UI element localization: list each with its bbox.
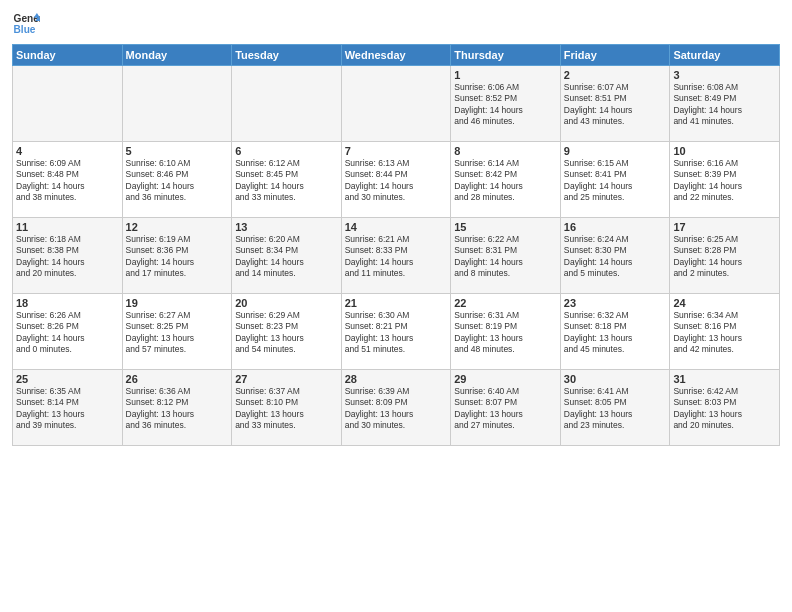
day-info: Sunrise: 6:41 AM Sunset: 8:05 PM Dayligh…: [564, 386, 667, 432]
day-number: 19: [126, 297, 229, 309]
weekday-header-wednesday: Wednesday: [341, 45, 451, 66]
day-info: Sunrise: 6:10 AM Sunset: 8:46 PM Dayligh…: [126, 158, 229, 204]
day-cell: 12Sunrise: 6:19 AM Sunset: 8:36 PM Dayli…: [122, 218, 232, 294]
day-info: Sunrise: 6:13 AM Sunset: 8:44 PM Dayligh…: [345, 158, 448, 204]
day-number: 26: [126, 373, 229, 385]
day-number: 17: [673, 221, 776, 233]
day-number: 5: [126, 145, 229, 157]
header: General Blue: [12, 10, 780, 38]
day-cell: 26Sunrise: 6:36 AM Sunset: 8:12 PM Dayli…: [122, 370, 232, 446]
day-info: Sunrise: 6:07 AM Sunset: 8:51 PM Dayligh…: [564, 82, 667, 128]
day-number: 3: [673, 69, 776, 81]
day-number: 2: [564, 69, 667, 81]
day-cell: 11Sunrise: 6:18 AM Sunset: 8:38 PM Dayli…: [13, 218, 123, 294]
day-cell: 31Sunrise: 6:42 AM Sunset: 8:03 PM Dayli…: [670, 370, 780, 446]
day-cell: 25Sunrise: 6:35 AM Sunset: 8:14 PM Dayli…: [13, 370, 123, 446]
day-cell: 29Sunrise: 6:40 AM Sunset: 8:07 PM Dayli…: [451, 370, 561, 446]
day-cell: 19Sunrise: 6:27 AM Sunset: 8:25 PM Dayli…: [122, 294, 232, 370]
day-number: 4: [16, 145, 119, 157]
day-info: Sunrise: 6:32 AM Sunset: 8:18 PM Dayligh…: [564, 310, 667, 356]
day-number: 7: [345, 145, 448, 157]
day-cell: 24Sunrise: 6:34 AM Sunset: 8:16 PM Dayli…: [670, 294, 780, 370]
day-cell: 9Sunrise: 6:15 AM Sunset: 8:41 PM Daylig…: [560, 142, 670, 218]
day-number: 14: [345, 221, 448, 233]
day-info: Sunrise: 6:08 AM Sunset: 8:49 PM Dayligh…: [673, 82, 776, 128]
day-info: Sunrise: 6:42 AM Sunset: 8:03 PM Dayligh…: [673, 386, 776, 432]
day-info: Sunrise: 6:29 AM Sunset: 8:23 PM Dayligh…: [235, 310, 338, 356]
day-number: 30: [564, 373, 667, 385]
day-cell: 5Sunrise: 6:10 AM Sunset: 8:46 PM Daylig…: [122, 142, 232, 218]
day-info: Sunrise: 6:26 AM Sunset: 8:26 PM Dayligh…: [16, 310, 119, 356]
day-number: 1: [454, 69, 557, 81]
weekday-header-sunday: Sunday: [13, 45, 123, 66]
day-cell: 7Sunrise: 6:13 AM Sunset: 8:44 PM Daylig…: [341, 142, 451, 218]
day-cell: 14Sunrise: 6:21 AM Sunset: 8:33 PM Dayli…: [341, 218, 451, 294]
day-info: Sunrise: 6:24 AM Sunset: 8:30 PM Dayligh…: [564, 234, 667, 280]
day-info: Sunrise: 6:12 AM Sunset: 8:45 PM Dayligh…: [235, 158, 338, 204]
week-row-1: 1Sunrise: 6:06 AM Sunset: 8:52 PM Daylig…: [13, 66, 780, 142]
day-cell: [13, 66, 123, 142]
logo: General Blue: [12, 10, 40, 38]
day-info: Sunrise: 6:40 AM Sunset: 8:07 PM Dayligh…: [454, 386, 557, 432]
day-info: Sunrise: 6:25 AM Sunset: 8:28 PM Dayligh…: [673, 234, 776, 280]
weekday-header-monday: Monday: [122, 45, 232, 66]
logo-icon: General Blue: [12, 10, 40, 38]
day-info: Sunrise: 6:21 AM Sunset: 8:33 PM Dayligh…: [345, 234, 448, 280]
day-cell: 27Sunrise: 6:37 AM Sunset: 8:10 PM Dayli…: [232, 370, 342, 446]
day-number: 15: [454, 221, 557, 233]
day-cell: 1Sunrise: 6:06 AM Sunset: 8:52 PM Daylig…: [451, 66, 561, 142]
day-cell: 17Sunrise: 6:25 AM Sunset: 8:28 PM Dayli…: [670, 218, 780, 294]
day-cell: 13Sunrise: 6:20 AM Sunset: 8:34 PM Dayli…: [232, 218, 342, 294]
day-number: 22: [454, 297, 557, 309]
day-cell: 30Sunrise: 6:41 AM Sunset: 8:05 PM Dayli…: [560, 370, 670, 446]
day-number: 31: [673, 373, 776, 385]
day-number: 10: [673, 145, 776, 157]
day-number: 20: [235, 297, 338, 309]
day-cell: [122, 66, 232, 142]
day-number: 11: [16, 221, 119, 233]
day-number: 13: [235, 221, 338, 233]
day-info: Sunrise: 6:06 AM Sunset: 8:52 PM Dayligh…: [454, 82, 557, 128]
day-info: Sunrise: 6:09 AM Sunset: 8:48 PM Dayligh…: [16, 158, 119, 204]
day-info: Sunrise: 6:19 AM Sunset: 8:36 PM Dayligh…: [126, 234, 229, 280]
svg-text:Blue: Blue: [14, 24, 36, 35]
weekday-header-saturday: Saturday: [670, 45, 780, 66]
day-cell: 16Sunrise: 6:24 AM Sunset: 8:30 PM Dayli…: [560, 218, 670, 294]
day-info: Sunrise: 6:18 AM Sunset: 8:38 PM Dayligh…: [16, 234, 119, 280]
day-cell: 15Sunrise: 6:22 AM Sunset: 8:31 PM Dayli…: [451, 218, 561, 294]
weekday-header-friday: Friday: [560, 45, 670, 66]
day-cell: 10Sunrise: 6:16 AM Sunset: 8:39 PM Dayli…: [670, 142, 780, 218]
day-number: 18: [16, 297, 119, 309]
week-row-3: 11Sunrise: 6:18 AM Sunset: 8:38 PM Dayli…: [13, 218, 780, 294]
day-number: 25: [16, 373, 119, 385]
day-cell: 2Sunrise: 6:07 AM Sunset: 8:51 PM Daylig…: [560, 66, 670, 142]
day-cell: 20Sunrise: 6:29 AM Sunset: 8:23 PM Dayli…: [232, 294, 342, 370]
day-info: Sunrise: 6:30 AM Sunset: 8:21 PM Dayligh…: [345, 310, 448, 356]
day-cell: 22Sunrise: 6:31 AM Sunset: 8:19 PM Dayli…: [451, 294, 561, 370]
day-info: Sunrise: 6:27 AM Sunset: 8:25 PM Dayligh…: [126, 310, 229, 356]
day-cell: 3Sunrise: 6:08 AM Sunset: 8:49 PM Daylig…: [670, 66, 780, 142]
calendar-table: SundayMondayTuesdayWednesdayThursdayFrid…: [12, 44, 780, 446]
day-number: 8: [454, 145, 557, 157]
day-info: Sunrise: 6:16 AM Sunset: 8:39 PM Dayligh…: [673, 158, 776, 204]
day-cell: 4Sunrise: 6:09 AM Sunset: 8:48 PM Daylig…: [13, 142, 123, 218]
day-info: Sunrise: 6:15 AM Sunset: 8:41 PM Dayligh…: [564, 158, 667, 204]
day-info: Sunrise: 6:14 AM Sunset: 8:42 PM Dayligh…: [454, 158, 557, 204]
day-info: Sunrise: 6:34 AM Sunset: 8:16 PM Dayligh…: [673, 310, 776, 356]
weekday-header-tuesday: Tuesday: [232, 45, 342, 66]
day-info: Sunrise: 6:35 AM Sunset: 8:14 PM Dayligh…: [16, 386, 119, 432]
day-cell: [341, 66, 451, 142]
day-number: 16: [564, 221, 667, 233]
day-cell: [232, 66, 342, 142]
calendar-container: General Blue SundayMondayTuesdayWednesda…: [0, 0, 792, 612]
day-number: 21: [345, 297, 448, 309]
day-number: 27: [235, 373, 338, 385]
day-info: Sunrise: 6:39 AM Sunset: 8:09 PM Dayligh…: [345, 386, 448, 432]
day-number: 28: [345, 373, 448, 385]
day-cell: 6Sunrise: 6:12 AM Sunset: 8:45 PM Daylig…: [232, 142, 342, 218]
day-number: 29: [454, 373, 557, 385]
day-number: 6: [235, 145, 338, 157]
week-row-4: 18Sunrise: 6:26 AM Sunset: 8:26 PM Dayli…: [13, 294, 780, 370]
week-row-5: 25Sunrise: 6:35 AM Sunset: 8:14 PM Dayli…: [13, 370, 780, 446]
day-info: Sunrise: 6:36 AM Sunset: 8:12 PM Dayligh…: [126, 386, 229, 432]
